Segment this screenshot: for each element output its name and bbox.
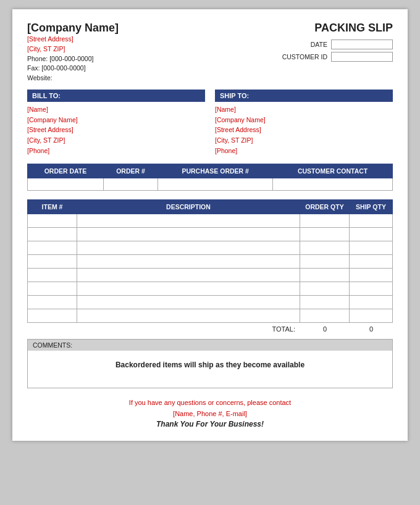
order-date-col: ORDER DATE <box>28 164 104 178</box>
ship-to-phone: [Phone] <box>215 146 393 156</box>
date-customer-fields: DATE CUSTOMER ID <box>282 40 393 62</box>
company-fax: Fax: [000-000-0000] <box>27 64 119 73</box>
item-row <box>28 214 393 227</box>
total-order-qty: 0 <box>300 325 350 333</box>
order-num-cell[interactable] <box>103 178 158 190</box>
item-row <box>28 227 393 241</box>
date-input[interactable] <box>331 40 393 49</box>
company-website: Website: <box>27 73 119 83</box>
company-city: [City, ST ZIP] <box>27 44 119 54</box>
item-row <box>28 254 393 268</box>
header-right: PACKING SLIP DATE CUSTOMER ID <box>282 22 393 62</box>
bill-to-name: [Name] <box>27 104 205 115</box>
item-num-col: ITEM # <box>28 199 77 214</box>
company-address: [Street Address] <box>27 35 119 44</box>
purchase-order-cell[interactable] <box>158 178 273 190</box>
ship-qty-col: SHIP QTY <box>350 199 393 214</box>
item-row <box>28 241 393 254</box>
date-field-row: DATE <box>311 40 393 49</box>
company-name: [Company Name] <box>27 22 119 35</box>
customer-id-label: CUSTOMER ID <box>282 53 327 61</box>
purchase-order-col: PURCHASE ORDER # <box>158 164 273 178</box>
company-info: [Company Name] [Street Address] [City, S… <box>27 22 119 83</box>
item-row <box>28 309 393 322</box>
comments-body: Backordered items will ship as they beco… <box>28 351 392 388</box>
ship-to-header: SHIP TO: <box>215 90 393 102</box>
thank-you: Thank You For Your Business! <box>27 420 393 428</box>
bill-to-header: BILL TO: <box>27 90 205 102</box>
footer: If you have any questions or concerns, p… <box>27 397 393 428</box>
order-qty-col: ORDER QTY <box>300 199 350 214</box>
description-col: DESCRIPTION <box>77 199 300 214</box>
item-row <box>28 295 393 309</box>
bill-to-city: [City, ST ZIP] <box>27 135 205 146</box>
item-row <box>28 282 393 295</box>
item-row <box>28 268 393 282</box>
bill-to-phone: [Phone] <box>27 146 205 156</box>
comments-header: COMMENTS: <box>28 340 392 351</box>
company-phone: Phone: [000-000-0000] <box>27 54 119 64</box>
order-data-row <box>28 178 393 190</box>
bill-to-company: [Company Name] <box>27 115 205 125</box>
customer-contact-col: CUSTOMER CONTACT <box>273 164 393 178</box>
ship-to-address: [Street Address] <box>215 125 393 135</box>
ship-to-block: SHIP TO: [Name] [Company Name] [Street A… <box>215 90 393 156</box>
packing-slip-page: [Company Name] [Street Address] [City, S… <box>12 9 408 441</box>
customer-id-input[interactable] <box>331 52 393 62</box>
customer-contact-cell[interactable] <box>273 178 393 190</box>
order-date-cell[interactable] <box>28 178 104 190</box>
footer-line2: [Name, Phone #, E-mail] <box>27 408 393 420</box>
bill-to-address: [Street Address] <box>27 125 205 135</box>
order-table: ORDER DATE ORDER # PURCHASE ORDER # CUST… <box>27 164 393 191</box>
ship-to-company: [Company Name] <box>215 115 393 125</box>
comments-section: COMMENTS: Backordered items will ship as… <box>27 339 393 388</box>
header: [Company Name] [Street Address] [City, S… <box>27 22 393 83</box>
total-ship-qty: 0 <box>350 325 393 333</box>
customer-id-row: CUSTOMER ID <box>282 52 393 62</box>
ship-to-name: [Name] <box>215 104 393 115</box>
order-num-col: ORDER # <box>103 164 158 178</box>
address-section: BILL TO: [Name] [Company Name] [Street A… <box>27 90 393 156</box>
packing-slip-title: PACKING SLIP <box>282 22 393 35</box>
items-table: ITEM # DESCRIPTION ORDER QTY SHIP QTY <box>27 199 393 323</box>
ship-to-city: [City, ST ZIP] <box>215 135 393 146</box>
date-label: DATE <box>311 41 327 48</box>
bill-to-block: BILL TO: [Name] [Company Name] [Street A… <box>27 90 205 156</box>
footer-line1: If you have any questions or concerns, p… <box>27 397 393 409</box>
total-label: TOTAL: <box>272 325 301 333</box>
totals-row: TOTAL: 0 0 <box>27 325 393 333</box>
